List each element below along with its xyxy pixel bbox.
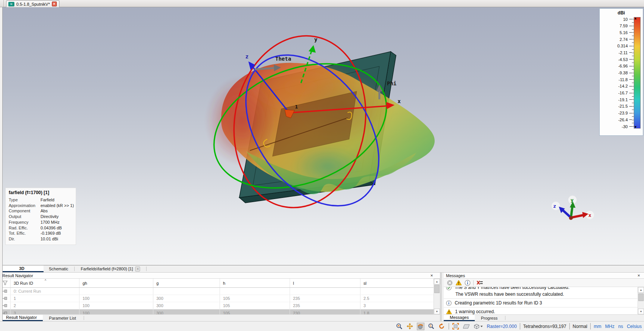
status-bar: Raster=20.000 Tetrahedrons=93,197 Normal…: [0, 321, 644, 331]
legend-tick-labels: 10 7.59 5.16 2.74 0.314 -2.11 -4.53 -6.9…: [602, 17, 632, 129]
cell: 235: [290, 295, 360, 302]
document-tab-title: 0.5-1.8_SputnikV*: [16, 2, 50, 6]
mode-status[interactable]: Normal: [573, 324, 588, 329]
pin-icon: [3, 311, 8, 315]
run-id-cell: 2: [11, 302, 80, 309]
info-label: Approximation: [9, 203, 41, 209]
axis-z-label: z: [245, 53, 248, 60]
table-header-row: 3D Run ID ^ gh g h l sl: [0, 279, 435, 288]
scrollbar-thumb[interactable]: [434, 285, 440, 293]
scrollbar-thumb[interactable]: [638, 293, 644, 301]
orientation-triad[interactable]: x y z: [552, 196, 594, 220]
column-header-l[interactable]: l: [290, 279, 360, 287]
message-text: Creating parametric 1D results for Run I…: [455, 300, 542, 306]
tab-label: Messages: [450, 315, 469, 320]
scroll-down-icon[interactable]: ▼: [638, 309, 644, 314]
filter-info-icon[interactable]: [465, 280, 471, 286]
column-label: g: [156, 281, 159, 286]
cell: 235: [290, 302, 360, 309]
farfield-info-row: Tot. Effic.-0.1969 dB: [9, 231, 73, 236]
cell: 1.8: [360, 309, 435, 314]
success-icon: [446, 287, 452, 290]
cell: 230: [290, 309, 360, 314]
phi-label: Phi: [387, 80, 396, 86]
messages-close-icon[interactable]: ✕: [636, 274, 642, 278]
document-tab-close-icon[interactable]: ✕: [52, 2, 57, 6]
messages-scrollbar[interactable]: ▲ ▼: [638, 287, 644, 314]
tab-label: Progress: [481, 316, 497, 320]
tab-separator: [505, 316, 505, 320]
messages-list[interactable]: The S and Y matrices have been successfu…: [444, 287, 638, 314]
view-tab-strip: 3D Schematic Farfields\farfield (f=2800)…: [0, 265, 644, 273]
dbi-color-legend: dBi 10 7.59 5.16 2.74 0.314 -2.11 -4.53 …: [599, 8, 643, 136]
result-navigator-close-icon[interactable]: ✕: [429, 274, 435, 278]
scroll-up-icon[interactable]: ▲: [638, 287, 644, 293]
units-status[interactable]: mm MHz ns Celsius: [594, 324, 642, 329]
info-value: 0.04396 dB: [41, 225, 62, 231]
tab-label: Result Navigator: [6, 315, 37, 320]
view-options-dropdown-icon[interactable]: [473, 323, 484, 330]
message-item: 1 warning occurred.: [444, 307, 638, 314]
info-label: Output: [9, 214, 41, 220]
info-label: Type: [9, 197, 41, 203]
tab-result-navigator[interactable]: Result Navigator: [0, 315, 43, 321]
raster-status[interactable]: Raster=20.000: [487, 324, 517, 329]
clear-errors-icon[interactable]: [447, 280, 453, 286]
tab-parameter-list[interactable]: Parameter List: [43, 315, 82, 321]
tab-farfield-result[interactable]: Farfields\farfield (f=2800) [1] ✕: [75, 265, 145, 272]
3d-scene[interactable]: z y x Theta Phi 1 x y z: [0, 7, 644, 265]
tab-progress[interactable]: Progress: [475, 315, 504, 321]
fit-view-icon[interactable]: [452, 323, 460, 330]
statusbar-separator: [449, 323, 449, 329]
filter-warnings-icon[interactable]: [455, 280, 462, 286]
legend-tick: -21.5: [618, 104, 628, 108]
rotate-view-icon[interactable]: [417, 323, 424, 330]
dynamic-zoom-icon[interactable]: [427, 323, 435, 330]
result-navigator-table: 3D Run ID ^ gh g h l sl 0: Current Run 1: [0, 279, 435, 314]
spin-view-icon[interactable]: [438, 323, 446, 330]
scroll-down-icon[interactable]: ▼: [434, 309, 440, 314]
column-header-sl[interactable]: sl: [360, 279, 435, 287]
warning-icon: [446, 309, 452, 314]
3d-viewport[interactable]: z y x Theta Phi 1 x y z: [0, 7, 644, 265]
column-header-gh[interactable]: gh: [80, 279, 153, 287]
legend-tick: 0.314: [617, 44, 628, 48]
table-row[interactable]: 2 100 300 105 235 3: [0, 302, 435, 309]
axis-y-label: y: [314, 36, 318, 42]
column-header-h[interactable]: h: [220, 279, 290, 287]
info-label: Frequency: [9, 220, 41, 225]
result-table-scrollbar[interactable]: ▲ ▼: [433, 279, 440, 314]
statusbar-separator: [520, 323, 520, 329]
triad-z-label: z: [553, 203, 556, 209]
legend-tick: 2.74: [620, 37, 628, 42]
cell: [220, 288, 290, 295]
document-tab[interactable]: ≈ 0.5-1.8_SputnikV* ✕: [6, 0, 59, 7]
column-header-g[interactable]: g: [153, 279, 220, 287]
table-row-selected[interactable]: 3 100 300 105 230 1.8: [0, 309, 435, 314]
messages-toolbar: [444, 279, 644, 287]
tab-3d[interactable]: 3D: [0, 265, 44, 272]
farfield-info-title: farfield (f=1700) [1]: [9, 190, 73, 195]
tab-farfield-close-icon[interactable]: ✕: [135, 267, 140, 271]
farfield-info-box: farfield (f=1700) [1] TypeFarfield Appro…: [5, 188, 76, 245]
cell: [360, 288, 435, 295]
legend-title: dBi: [602, 10, 641, 16]
info-value: Abs: [41, 208, 48, 214]
filter-funnel-icon: [3, 281, 8, 286]
column-label: l: [293, 281, 294, 286]
tab-messages[interactable]: Messages: [444, 315, 475, 321]
column-label: gh: [83, 281, 87, 286]
legend-tick: -14.2: [618, 84, 628, 88]
unit-time: ns: [618, 324, 623, 329]
table-row[interactable]: 0: Current Run: [0, 288, 435, 295]
delete-all-messages-icon[interactable]: [476, 280, 483, 286]
pan-view-icon[interactable]: [406, 323, 414, 330]
message-text: The VSWR results have been successfully …: [455, 292, 564, 297]
tab-schematic[interactable]: Schematic: [44, 265, 73, 272]
scroll-up-icon[interactable]: ▲: [434, 279, 440, 284]
cell: 2.5: [360, 295, 435, 302]
table-row[interactable]: 1 100 300 105 235 2.5: [0, 295, 435, 302]
cut-plane-icon[interactable]: [463, 323, 470, 330]
zoom-in-icon[interactable]: [396, 323, 403, 330]
pin-icon: [3, 296, 8, 300]
